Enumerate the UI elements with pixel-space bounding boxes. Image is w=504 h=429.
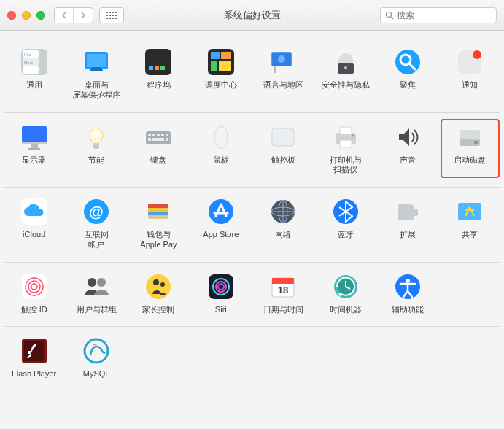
svg-point-26 bbox=[395, 50, 420, 74]
label: 打印机与 扫描仪 bbox=[330, 155, 362, 176]
svg-rect-53 bbox=[460, 130, 480, 139]
svg-point-80 bbox=[146, 274, 171, 299]
mission-icon bbox=[206, 47, 236, 77]
search-icon bbox=[385, 11, 394, 20]
svg-line-1 bbox=[391, 16, 393, 18]
pref-users[interactable]: 用户与群组 bbox=[66, 268, 125, 318]
pref-network[interactable]: 网络 bbox=[254, 193, 313, 253]
icloud-icon bbox=[19, 196, 50, 227]
pref-mission[interactable]: 调度中心 bbox=[191, 44, 250, 104]
pref-printers[interactable]: 打印机与 扫描仪 bbox=[316, 119, 375, 179]
pref-notifications[interactable]: 通知 bbox=[441, 44, 500, 104]
pref-timemachine[interactable]: 时间机器 bbox=[316, 268, 375, 318]
lang-icon bbox=[268, 47, 298, 77]
label: 时间机器 bbox=[330, 305, 362, 315]
nav-buttons bbox=[54, 7, 93, 23]
search-field[interactable] bbox=[380, 7, 497, 23]
label: 安全性与隐私 bbox=[322, 80, 370, 90]
label: 通用 bbox=[26, 80, 42, 90]
label: 互联网 帐户 bbox=[85, 230, 109, 250]
datetime-icon: 18 bbox=[268, 271, 298, 302]
mysql-icon bbox=[81, 336, 112, 366]
pref-icloud[interactable]: iCloud bbox=[4, 193, 63, 253]
users-icon bbox=[81, 271, 112, 302]
pref-mysql[interactable]: MySQL bbox=[66, 333, 125, 382]
sharing-icon bbox=[454, 196, 485, 227]
pref-spotlight[interactable]: 聚焦 bbox=[378, 44, 437, 104]
svg-rect-88 bbox=[272, 278, 294, 284]
pref-appstore[interactable]: App Store bbox=[191, 193, 250, 253]
pref-general[interactable]: FileNew 通用 bbox=[4, 44, 63, 104]
pref-desktop[interactable]: 桌面与 屏幕保护程序 bbox=[66, 44, 125, 104]
minimize-button[interactable] bbox=[22, 11, 31, 20]
svg-point-64 bbox=[209, 199, 233, 224]
svg-rect-44 bbox=[148, 138, 151, 141]
label: App Store bbox=[203, 230, 239, 240]
label: 节能 bbox=[88, 155, 104, 166]
show-all-button[interactable] bbox=[99, 7, 124, 23]
section-hardware: 显示器 节能 键盘 鼠 bbox=[4, 113, 500, 188]
label: 启动磁盘 bbox=[454, 155, 486, 166]
label: 语言与地区 bbox=[263, 80, 303, 90]
svg-rect-72 bbox=[411, 209, 418, 216]
siri-icon bbox=[206, 271, 236, 302]
label: 网络 bbox=[275, 230, 291, 240]
pref-extensions[interactable]: 扩展 bbox=[378, 193, 437, 253]
svg-rect-31 bbox=[22, 126, 47, 142]
svg-rect-16 bbox=[211, 52, 220, 59]
svg-point-25 bbox=[344, 66, 347, 69]
pref-wallet[interactable]: 钱包与 Apple Pay bbox=[129, 193, 188, 253]
svg-point-37 bbox=[93, 131, 100, 138]
pref-parental[interactable]: 家长控制 bbox=[129, 268, 188, 318]
label: 触控板 bbox=[271, 155, 295, 166]
pref-sharing[interactable]: 共享 bbox=[441, 193, 500, 253]
pref-displays[interactable]: 显示器 bbox=[4, 119, 63, 179]
pref-mouse[interactable]: 鼠标 bbox=[191, 119, 250, 179]
trackpad-icon bbox=[268, 122, 298, 152]
pref-security[interactable]: 安全性与隐私 bbox=[316, 44, 375, 104]
desktop-icon bbox=[81, 47, 112, 77]
svg-rect-19 bbox=[219, 61, 231, 71]
svg-rect-61 bbox=[148, 204, 168, 208]
appstore-icon bbox=[206, 196, 236, 227]
pref-keyboard[interactable]: 键盘 bbox=[129, 119, 188, 179]
security-icon bbox=[330, 47, 361, 77]
parental-icon bbox=[143, 271, 174, 302]
label: 桌面与 屏幕保护程序 bbox=[72, 80, 120, 101]
back-button[interactable] bbox=[55, 8, 74, 23]
pref-sound[interactable]: 声音 bbox=[378, 119, 437, 179]
label: MySQL bbox=[83, 369, 110, 379]
pref-datetime[interactable]: 18 日期与时间 bbox=[254, 268, 313, 318]
svg-rect-40 bbox=[152, 134, 155, 136]
label: 辅助功能 bbox=[392, 305, 424, 315]
pref-startup[interactable]: 启动磁盘 bbox=[441, 119, 500, 179]
svg-point-52 bbox=[352, 134, 354, 136]
pref-siri[interactable]: Siri bbox=[191, 268, 250, 318]
pref-touchid[interactable]: 触控 ID bbox=[4, 268, 63, 318]
svg-rect-45 bbox=[152, 138, 164, 141]
svg-rect-11 bbox=[145, 49, 171, 75]
pref-bluetooth[interactable]: 蓝牙 bbox=[316, 193, 375, 253]
label: iCloud bbox=[23, 230, 45, 240]
pref-flash[interactable]: Flash Player bbox=[4, 333, 63, 382]
pref-lang[interactable]: 语言与地区 bbox=[254, 44, 313, 104]
pref-accessibility[interactable]: 辅助功能 bbox=[378, 268, 437, 318]
svg-rect-62 bbox=[148, 208, 168, 212]
general-icon: FileNew bbox=[19, 47, 50, 77]
svg-point-78 bbox=[88, 278, 96, 287]
pref-energy[interactable]: 节能 bbox=[66, 119, 125, 179]
label: 用户与群组 bbox=[77, 305, 117, 315]
pref-internet[interactable]: @ 互联网 帐户 bbox=[66, 193, 125, 253]
label: 聚焦 bbox=[400, 80, 416, 90]
zoom-button[interactable] bbox=[36, 11, 45, 20]
accessibility-icon bbox=[392, 271, 423, 302]
pref-dock[interactable]: 程序坞 bbox=[129, 44, 188, 104]
svg-rect-73 bbox=[458, 203, 481, 220]
svg-rect-48 bbox=[272, 128, 294, 146]
forward-button[interactable] bbox=[74, 8, 93, 23]
close-button[interactable] bbox=[7, 11, 16, 20]
network-icon bbox=[268, 196, 298, 227]
pref-trackpad[interactable]: 触控板 bbox=[254, 119, 313, 179]
search-input[interactable] bbox=[397, 10, 492, 20]
label: 日期与时间 bbox=[263, 305, 303, 315]
